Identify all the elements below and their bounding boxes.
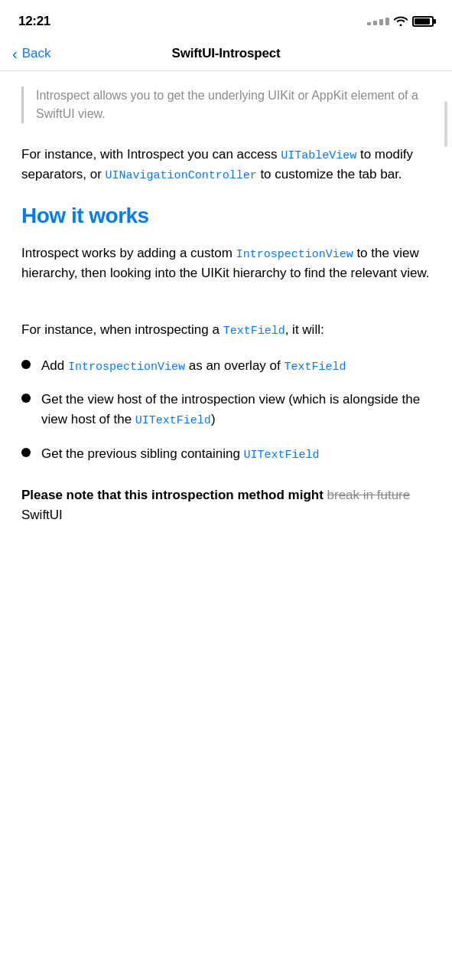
textfield-link-2: TextField <box>284 361 346 374</box>
for-instance-after: , it will: <box>285 322 324 337</box>
wifi-icon <box>394 15 408 28</box>
bullet1-before: Add <box>41 358 68 373</box>
status-icons <box>367 15 434 28</box>
uitableview-link[interactable]: UITableView <box>281 149 356 162</box>
signal-icon <box>367 18 389 25</box>
bullet-dot-icon <box>21 360 31 369</box>
list-item: Add IntrospectionView as an overlay of T… <box>21 356 431 376</box>
introspectionview-link-2: IntrospectionView <box>68 361 185 374</box>
status-time: 12:21 <box>18 14 50 29</box>
uitextfield-link-2: UITextField <box>244 449 320 462</box>
bullet2-before: Get the view host of the introspection v… <box>41 392 420 426</box>
strikethrough-text: break in future <box>327 488 411 502</box>
how-it-works-heading: How it works <box>21 204 431 228</box>
for-instance-before: For instance, when introspecting a <box>21 322 223 337</box>
intro-paragraph: For instance, with Introspect you can ac… <box>21 145 431 185</box>
bullet2-after: ) <box>211 412 216 426</box>
bullet-text-2: Get the view host of the introspection v… <box>41 390 431 430</box>
bullet1-middle: as an overlay of <box>185 358 284 373</box>
status-bar: 12:21 <box>0 0 452 40</box>
back-button[interactable]: ‹ Back <box>12 46 50 61</box>
bottom-note-bold: Please note that this introspection meth… <box>21 488 327 502</box>
back-label: Back <box>22 46 51 61</box>
bullet-text-3: Get the previous sibling containing UITe… <box>41 444 431 464</box>
quote-block: Introspect allows you to get the underly… <box>21 87 431 123</box>
back-chevron-icon: ‹ <box>12 46 18 61</box>
list-item: Get the view host of the introspection v… <box>21 390 431 430</box>
bullet3-before: Get the previous sibling containing <box>41 446 244 461</box>
quote-text: Introspect allows you to get the underly… <box>36 89 418 120</box>
intro-before: For instance, with Introspect you can ac… <box>21 147 281 162</box>
introspectionview-link-1[interactable]: IntrospectionView <box>236 248 353 261</box>
how-it-works-paragraph: Introspect works by adding a custom Intr… <box>21 243 431 284</box>
main-content: Introspect allows you to get the underly… <box>0 71 452 557</box>
bottom-note: Please note that this introspection meth… <box>21 485 431 526</box>
uinavigationcontroller-link[interactable]: UINavigationController <box>106 169 257 182</box>
nav-bar: ‹ Back SwiftUI-Introspect <box>0 40 452 71</box>
bottom-note-after: SwiftUI <box>21 508 63 522</box>
how-before: Introspect works by adding a custom <box>21 246 236 260</box>
bullet-dot-icon <box>21 448 31 457</box>
bullet-list: Add IntrospectionView as an overlay of T… <box>21 356 431 464</box>
for-instance-paragraph: For instance, when introspecting a TextF… <box>21 320 431 340</box>
uitextfield-link-1: UITextField <box>135 414 211 427</box>
textfield-link-1[interactable]: TextField <box>223 325 285 338</box>
list-item: Get the previous sibling containing UITe… <box>21 444 431 464</box>
bullet-text-1: Add IntrospectionView as an overlay of T… <box>41 356 431 376</box>
bullet-dot-icon <box>21 394 31 403</box>
battery-icon <box>412 16 434 27</box>
intro-after: to customize the tab bar. <box>257 167 402 181</box>
nav-title: SwiftUI-Introspect <box>172 46 281 61</box>
